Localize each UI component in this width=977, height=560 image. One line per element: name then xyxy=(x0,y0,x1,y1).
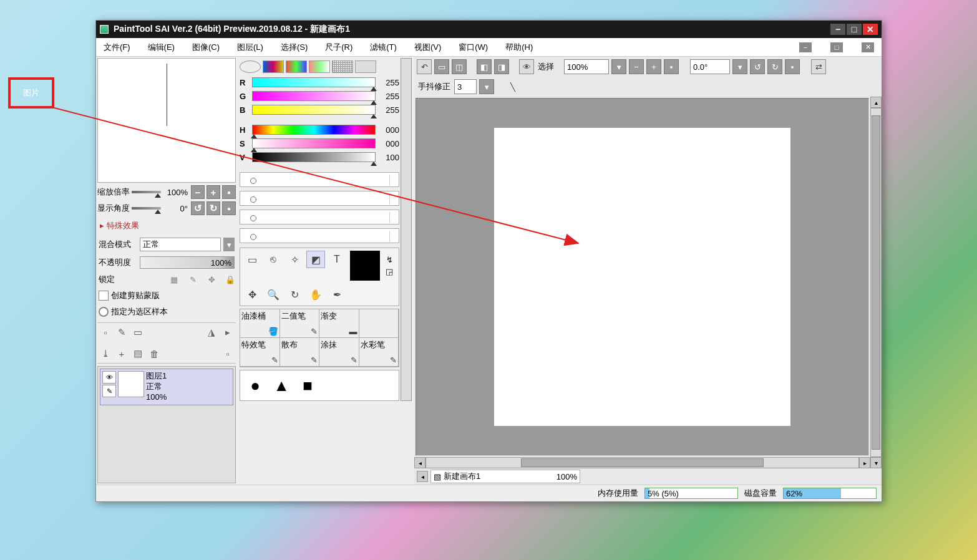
view-icon[interactable]: 👁 xyxy=(519,59,534,74)
scroll-left-button[interactable]: ◂ xyxy=(414,457,425,468)
swatches-icon[interactable] xyxy=(332,60,353,73)
sub-minimize-button[interactable]: − xyxy=(799,42,812,52)
move-tool[interactable]: ✥ xyxy=(243,286,261,303)
menu-file[interactable]: 文件(F) xyxy=(104,42,130,53)
mask-icon[interactable]: ◮ xyxy=(206,327,217,338)
palette-slot[interactable] xyxy=(240,191,399,206)
angle-slider[interactable] xyxy=(132,207,161,210)
scroll-down-button[interactable]: ▾ xyxy=(870,457,882,468)
zoom-slider[interactable] xyxy=(132,191,161,193)
menu-ruler[interactable]: 尺子(R) xyxy=(325,42,352,53)
titlebar[interactable]: PaintTool SAI Ver.2 (64bit) Preview.2019… xyxy=(96,21,882,38)
brush-smudge[interactable]: 涂抹✎ xyxy=(319,338,359,367)
brush-scatter[interactable]: 散布✎ xyxy=(280,338,320,367)
mid-scrollbar[interactable] xyxy=(401,58,412,401)
edit-icon[interactable]: ✎ xyxy=(102,385,116,397)
palette-slot[interactable] xyxy=(240,228,399,243)
flatten-icon[interactable]: ▤ xyxy=(132,348,143,359)
magic-wand-tool[interactable]: ✧ xyxy=(285,251,304,268)
rotation-input[interactable]: 0.0° xyxy=(690,59,730,74)
merge-visible-icon[interactable]: + xyxy=(116,348,127,359)
v-scrollbar[interactable]: ▴ ▾ xyxy=(870,97,882,468)
rotate-cw-button[interactable]: ↻ xyxy=(207,201,220,215)
blend-dropdown-button[interactable]: ▾ xyxy=(223,238,235,251)
tab-prev-button[interactable]: ◂ xyxy=(417,471,428,482)
blend-select[interactable]: 正常 xyxy=(140,238,221,251)
s-slider[interactable] xyxy=(252,138,376,148)
scroll-right-button[interactable]: ▸ xyxy=(859,457,870,468)
canvas-viewport[interactable] xyxy=(416,98,869,456)
menu-canvas[interactable]: 图像(C) xyxy=(192,42,220,53)
layer-list[interactable]: 👁 ✎ 图层1 正常 100% xyxy=(97,366,236,483)
menu-edit[interactable]: 编辑(E) xyxy=(148,42,175,53)
lock-move-icon[interactable]: ✥ xyxy=(207,275,216,284)
layer-item[interactable]: 👁 ✎ 图层1 正常 100% xyxy=(100,369,233,405)
brush-effect[interactable]: 特效笔✎ xyxy=(240,338,280,367)
zoom-out-button[interactable]: − xyxy=(191,185,205,199)
selsample-radio[interactable] xyxy=(99,307,109,317)
document-tab[interactable]: ▧ 新建画布1 100% xyxy=(430,470,580,483)
default-colors-icon[interactable]: ◲ xyxy=(386,267,393,276)
shape-tool[interactable]: ◩ xyxy=(306,251,325,268)
invert-button[interactable]: ◫ xyxy=(452,59,467,74)
clip-checkbox[interactable] xyxy=(99,291,109,301)
menu-help[interactable]: 帮助(H) xyxy=(505,42,533,53)
sub-close-button[interactable]: ✕ xyxy=(862,42,874,52)
navigator-preview[interactable] xyxy=(97,58,236,183)
b-slider[interactable] xyxy=(252,105,376,115)
menu-select[interactable]: 选择(S) xyxy=(281,42,308,53)
rot-ccw-btn[interactable]: ↺ xyxy=(750,59,765,74)
merge-down-icon[interactable]: ⤓ xyxy=(100,348,111,359)
triangle-shape[interactable]: ▲ xyxy=(271,375,291,395)
stabilizer-input[interactable]: 3 xyxy=(454,79,477,94)
new-layer-icon[interactable]: ▫ xyxy=(100,327,111,338)
toggle-b-button[interactable]: ◨ xyxy=(494,59,509,74)
zoom-input[interactable]: 100% xyxy=(564,59,609,74)
brush-gradient[interactable]: 渐变▬ xyxy=(319,309,359,338)
zoom-out-btn[interactable]: − xyxy=(629,59,644,74)
new-folder-icon[interactable]: ▭ xyxy=(132,327,143,338)
palette-slot[interactable] xyxy=(240,210,399,224)
delete-layer-icon[interactable]: 🗑 xyxy=(148,348,160,359)
swap-colors-icon[interactable]: ↯ xyxy=(386,255,393,264)
scroll-up-button[interactable]: ▴ xyxy=(870,97,882,108)
rotate-tool[interactable]: ↻ xyxy=(285,286,304,303)
hand-tool[interactable]: ✋ xyxy=(306,286,325,303)
opacity-slider[interactable]: 100% xyxy=(140,256,235,269)
brush-watercolor[interactable]: 水彩笔✎ xyxy=(359,338,399,367)
palette-slot[interactable] xyxy=(240,172,399,187)
menu-layer[interactable]: 图层(L) xyxy=(237,42,263,53)
r-slider[interactable] xyxy=(252,77,376,87)
zoom-tool[interactable]: 🔍 xyxy=(264,286,283,303)
deselect-button[interactable]: ▭ xyxy=(434,59,449,74)
menu-window[interactable]: 窗口(W) xyxy=(459,42,488,53)
menu-filter[interactable]: 滤镜(T) xyxy=(370,42,397,53)
new-linework-icon[interactable]: ✎ xyxy=(116,327,127,338)
lock-paint-icon[interactable]: ✎ xyxy=(188,275,197,284)
clear-layer-icon[interactable]: ▫ xyxy=(222,348,233,359)
undo-button[interactable]: ↶ xyxy=(417,59,432,74)
v-slider[interactable] xyxy=(252,152,376,162)
visibility-icon[interactable]: 👁 xyxy=(102,371,116,384)
close-button[interactable]: ✕ xyxy=(863,24,878,35)
brush-binary[interactable]: 二值笔✎ xyxy=(280,309,320,338)
zoom-in-button[interactable]: + xyxy=(207,185,220,199)
canvas-page[interactable] xyxy=(494,128,790,426)
rot-reset-btn[interactable]: ▪ xyxy=(785,59,800,74)
h-scrollbar[interactable]: ◂ ▸ xyxy=(414,457,870,468)
line-icon[interactable]: ╲ xyxy=(505,79,520,94)
mixer-icon[interactable] xyxy=(309,60,330,73)
lock-all-icon[interactable]: 🔒 xyxy=(226,275,235,284)
rotate-ccw-button[interactable]: ↺ xyxy=(191,201,205,215)
scratchpad-icon[interactable] xyxy=(355,60,376,73)
foreground-color[interactable] xyxy=(350,251,380,281)
hsv-bar-icon[interactable] xyxy=(286,60,307,73)
fx-collapse[interactable]: 特殊效果 xyxy=(97,216,236,235)
transfer-icon[interactable]: ▸ xyxy=(222,327,233,338)
menu-view[interactable]: 视图(V) xyxy=(414,42,441,53)
stabilizer-dropdown[interactable]: ▾ xyxy=(479,79,494,94)
rotate-reset-button[interactable]: ▪ xyxy=(222,201,236,215)
rot-cw-btn[interactable]: ↻ xyxy=(767,59,782,74)
eyedropper-tool[interactable]: ✒ xyxy=(328,286,346,303)
zoom-dropdown-button[interactable]: ▾ xyxy=(611,59,626,74)
